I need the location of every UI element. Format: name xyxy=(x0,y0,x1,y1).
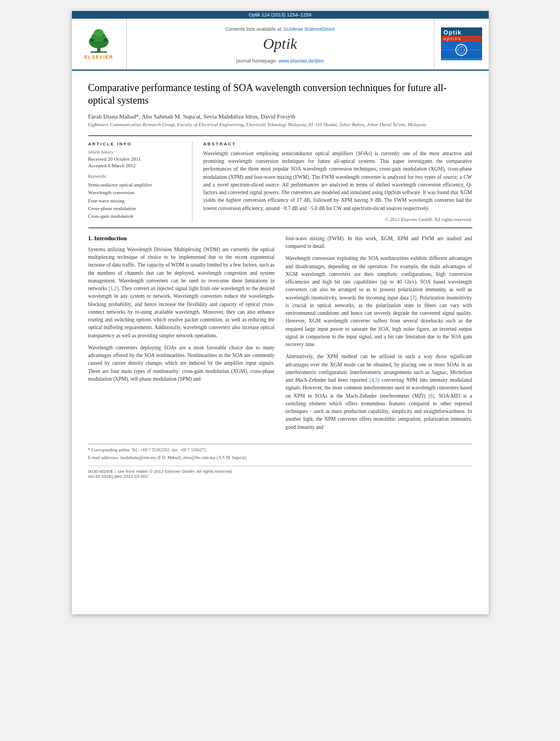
body-content: 1. Introduction Systems utilizing Wavele… xyxy=(88,228,472,479)
journal-url-link[interactable]: www.elsevier.de/ijleo xyxy=(279,58,324,64)
journal-header: Optik 124 (2013) 1254–1259 xyxy=(72,11,489,71)
history-label: Article history: xyxy=(88,150,184,155)
optics-label: optics xyxy=(441,36,482,42)
optik-logo-image xyxy=(441,42,482,60)
corresponding-footnote: * Corresponding author. Tel.: +60 7 5536… xyxy=(88,447,472,454)
copyright-text: © 2012 Elsevier GmbH. All rights reserve… xyxy=(203,217,472,222)
article-title: Comparative performance testing of SOA w… xyxy=(88,82,472,108)
footnotes-section: * Corresponding author. Tel.: +60 7 5536… xyxy=(88,444,472,461)
authors-text: Farah Diana Mahad*, Abu Sahmah M. Supa'a… xyxy=(88,113,296,120)
journal-url-container: journal homepage: www.elsevier.de/ijleo xyxy=(236,55,324,65)
article-info-column: ARTICLE INFO Article history: Received 2… xyxy=(88,142,193,222)
journal-center: Contents lists available at SciVerse Sci… xyxy=(127,19,434,69)
doi-text[interactable]: doi:10.1016/j.ijleo.2012.03.002 xyxy=(88,474,472,479)
elsevier-label: ELSEVIER xyxy=(84,54,114,60)
footer-bar: 0030-4026/$ – see front matter © 2012 El… xyxy=(88,466,472,479)
accepted-date: Accepted 8 March 2012 xyxy=(88,163,184,168)
journal-url-prefix: journal homepage: xyxy=(236,58,278,64)
body-col-left: 1. Introduction Systems utilizing Wavele… xyxy=(88,235,275,435)
contents-text: Contents lists available at xyxy=(225,26,281,32)
ref-link-3[interactable]: [3] xyxy=(410,295,416,301)
intro-heading: 1. Introduction xyxy=(88,235,275,241)
article-affiliation: Lightwave Communication Research Group, … xyxy=(88,122,472,127)
article-authors: Farah Diana Mahad*, Abu Sahmah M. Supa'a… xyxy=(88,113,472,120)
article-info-title: ARTICLE INFO xyxy=(88,142,184,146)
keyword-5: Cross-gain modulation xyxy=(88,212,184,220)
keyword-2: Wavelength conversion xyxy=(88,189,184,196)
issn-text: 0030-4026/$ – see front matter © 2012 El… xyxy=(88,469,472,474)
corresponding-text: * Corresponding author. Tel.: +60 7 5536… xyxy=(88,448,207,452)
abstract-column: ABSTRACT Wavelength conversion employing… xyxy=(203,142,472,222)
article-page: Optik 124 (2013) 1254–1259 xyxy=(72,11,489,614)
article-id-top: Optik 124 (2013) 1254–1259 xyxy=(248,12,312,18)
keyword-3: Four-wave mixing xyxy=(88,197,184,205)
sciverse-available-text: Contents lists available at SciVerse Sci… xyxy=(225,23,335,33)
abstract-text: Wavelength conversion employing semicond… xyxy=(203,150,472,212)
email-addresses: farahdiana@utm.my (F.D. Mahad), abus@fke… xyxy=(120,455,247,460)
sciverse-link[interactable]: SciVerse ScienceDirect xyxy=(284,26,335,32)
right-para-1: four-wave mixing (FWM). In this work, XG… xyxy=(286,235,472,251)
optik-logo-box: Optik optics xyxy=(441,27,482,60)
optik-logo-container: Optik optics xyxy=(434,19,489,69)
keyword-4: Cross-phase modulation xyxy=(88,205,184,212)
journal-name: Optik xyxy=(263,35,297,53)
header-main: ELSEVIER Contents lists available at Sci… xyxy=(72,19,489,70)
body-two-col: 1. Introduction Systems utilizing Wavele… xyxy=(88,235,472,435)
received-date: Received 20 October 2011 xyxy=(88,156,184,162)
email-label: E-mail addresses: xyxy=(88,455,120,460)
section-title-text: Introduction xyxy=(94,235,127,241)
elsevier-tree-icon xyxy=(82,28,115,53)
email-footnote: E-mail addresses: farahdiana@utm.my (F.D… xyxy=(88,455,472,461)
intro-para-2: Wavelength converters deploying SOAs are… xyxy=(88,344,275,383)
svg-point-7 xyxy=(93,35,95,37)
ref-link-6[interactable]: [6] xyxy=(428,393,434,399)
intro-para-1: Systems utilizing Wavelength Division Mu… xyxy=(88,246,275,340)
abstract-title: ABSTRACT xyxy=(203,142,472,146)
right-para-3: Alternatively, the XPM method can be uti… xyxy=(286,353,472,431)
ref-link-1-2[interactable]: [1,2] xyxy=(109,286,118,291)
article-info-abstract-section: ARTICLE INFO Article history: Received 2… xyxy=(88,135,472,222)
svg-rect-1 xyxy=(90,52,107,53)
header-top-bar: Optik 124 (2013) 1254–1259 xyxy=(72,11,489,19)
body-col-right: four-wave mixing (FWM). In this work, XG… xyxy=(286,235,472,435)
section-number: 1. xyxy=(88,235,93,241)
svg-point-8 xyxy=(102,35,104,37)
article-content: Comparative performance testing of SOA w… xyxy=(72,71,489,490)
ref-link-4-5[interactable]: [4,5] xyxy=(370,377,380,383)
svg-point-6 xyxy=(104,38,107,42)
right-para-2: Wavelength conversion exploiting the SOA… xyxy=(286,254,472,348)
svg-point-5 xyxy=(90,38,94,42)
optik-logo-label: Optik xyxy=(441,27,482,36)
keyword-1: Semiconductor optical amplifier xyxy=(88,181,184,189)
elsevier-logo: ELSEVIER xyxy=(72,19,127,69)
optik-decorative-icon xyxy=(441,42,482,58)
keywords-label: Keywords: xyxy=(88,174,184,179)
